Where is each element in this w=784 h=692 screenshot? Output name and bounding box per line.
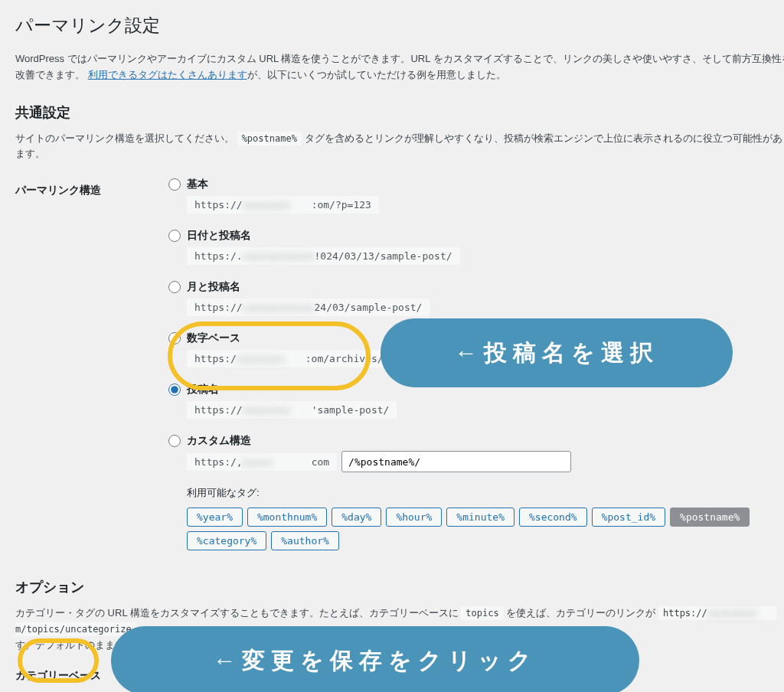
sample-plain: https://xxxxxxxx:om/?p=123 (187, 196, 379, 214)
custom-url-prefix: https:/,xxxxxcom (187, 453, 337, 471)
tag-minute[interactable]: %minute% (446, 508, 514, 527)
tag-post-id[interactable]: %post_id% (592, 508, 665, 527)
sample-month: https://xxxxxxxxxxxx24/03/sample-post/ (187, 299, 430, 316)
tag-year[interactable]: %year% (187, 508, 243, 527)
option-postname[interactable]: 投稿名 https://xxxxxxxx'sample-post/ (168, 381, 784, 429)
intro-link[interactable]: 利用できるタグはたくさんあります (88, 69, 247, 80)
structure-row-label: パーマリンク構造 (15, 168, 168, 558)
radio-numeric[interactable] (168, 332, 181, 344)
page-title: パーマリンク設定 (15, 14, 784, 38)
option-postname-label: 投稿名 (187, 383, 219, 397)
annotation-callout-save: ←変更を保存をクリック (111, 626, 639, 692)
option-date-label: 日付と投稿名 (187, 229, 251, 243)
option-custom[interactable]: カスタム構造 https:/,xxxxxcom (168, 432, 784, 481)
tag-second[interactable]: %second% (519, 508, 587, 527)
option-month-label: 月と投稿名 (187, 280, 240, 294)
annotation-callout-postname: ←投稿名を選択 (381, 318, 733, 387)
tag-hour[interactable]: %hour% (386, 508, 442, 527)
option-numeric-label: 数字ベース (187, 331, 240, 345)
sample-numeric: https:/xxxxxxxx:om/archives/123 (187, 350, 409, 367)
radio-month[interactable] (168, 281, 181, 293)
common-desc: サイトのパーマリンク構造を選択してください。 %postname% タグを含める… (15, 131, 784, 163)
common-settings-heading: 共通設定 (15, 103, 784, 122)
option-custom-label: カスタム構造 (187, 434, 251, 448)
radio-custom[interactable] (168, 435, 181, 447)
radio-date[interactable] (168, 230, 181, 242)
intro-text: WordPress ではパーマリンクやアーカイブにカスタム URL 構造を使うこ… (15, 51, 784, 83)
sample-postname: https://xxxxxxxx'sample-post/ (187, 401, 397, 419)
topics-code: topics (461, 606, 503, 620)
radio-plain[interactable] (168, 178, 181, 191)
tags-label: 利用可能なタグ: (187, 486, 784, 500)
tag-monthnum[interactable]: %monthnum% (247, 508, 327, 527)
postname-code: %postname% (237, 132, 302, 145)
custom-structure-input[interactable] (341, 451, 571, 472)
option-date[interactable]: 日付と投稿名 https:/.xxxxxxxxxxxx!024/03/13/sa… (168, 227, 784, 276)
option-plain[interactable]: 基本 https://xxxxxxxx:om/?p=123 (168, 176, 784, 224)
tag-day[interactable]: %day% (332, 508, 381, 527)
tag-category[interactable]: %category% (187, 531, 266, 550)
tag-postname[interactable]: %postname% (670, 508, 750, 527)
tag-buttons: %year% %monthnum% %day% %hour% %minute% … (187, 508, 784, 550)
optional-heading: オプション (15, 578, 784, 596)
tag-author[interactable]: %author% (271, 531, 339, 550)
sample-date: https:/.xxxxxxxxxxxx!024/03/13/sample-po… (187, 247, 460, 265)
option-plain-label: 基本 (187, 178, 208, 191)
radio-postname[interactable] (168, 384, 181, 396)
